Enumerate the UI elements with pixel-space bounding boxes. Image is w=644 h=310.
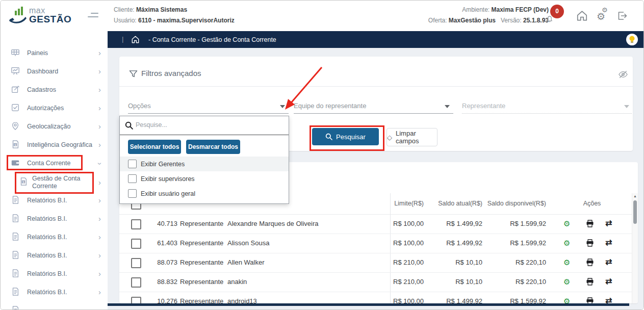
row-checkbox[interactable] [131, 239, 141, 249]
column-header-limit[interactable]: Limite(R$) [378, 200, 424, 207]
row-checkbox[interactable] [131, 277, 141, 288]
sidebar-item-relatorios-bi[interactable]: Relatórios B.I.› [1, 267, 108, 281]
chevron-right-icon: › [98, 215, 101, 223]
chevron-right-icon: › [98, 270, 101, 278]
settings-gears-icon[interactable]: ⚙ ⚙ [597, 8, 612, 24]
row-checkbox[interactable] [131, 297, 141, 303]
column-header-available-balance[interactable]: Saldo disponivel(R$) [484, 200, 546, 207]
document-icon [11, 214, 20, 223]
select-all-button[interactable]: Selecionar todos [128, 140, 181, 154]
sidebar: Paineis› Dashboard› Cadastros› Autorizaç… [1, 31, 108, 309]
chevron-right-icon: › [98, 251, 101, 260]
print-icon[interactable] [586, 220, 594, 227]
dashboard-icon [11, 66, 20, 75]
print-icon[interactable] [586, 259, 594, 266]
sidebar-item-cadastros[interactable]: Cadastros› [1, 83, 108, 97]
team-dropdown-arrow-icon[interactable] [445, 105, 450, 108]
sidebar-item-autorizacoes[interactable]: Autorizações› [1, 101, 108, 116]
search-placeholder: Pesquise... [136, 121, 167, 128]
option-exibir-usuario-geral[interactable]: Exibir usuário geral [120, 186, 289, 201]
annotation-rect-gestao-conta-corrente [15, 172, 94, 194]
sidebar-item-relatorios-bi[interactable]: Relatórios B.I.› [1, 249, 108, 263]
sidebar-item-relatorios-bi[interactable]: Relatórios B.I.› [1, 212, 108, 226]
top-header: max GESTÃO Cliente: Máxima Sistemas Usuá… [1, 1, 643, 31]
divider [119, 86, 633, 87]
scroll-up-arrow-icon[interactable]: ▲ [633, 194, 637, 198]
breadcrumb-home-icon[interactable] [131, 35, 140, 44]
clear-fields-button[interactable]: ◇ Limpar campos [387, 128, 437, 146]
offer-version-info: Oferta: MaxGestão plus Versão: 25.1.8.93 [360, 17, 549, 24]
map-pin-icon [11, 121, 20, 131]
transfer-icon[interactable]: ⇄ [605, 238, 612, 247]
chevron-right-icon: › [98, 86, 101, 94]
check-square-icon [11, 103, 20, 112]
annotation-rect-conta-corrente [7, 155, 83, 170]
sidebar-item-dashboard[interactable]: Dashboard› [1, 65, 108, 79]
user-info: Usuário: 6110 - maxima.SupervisorAutoriz [114, 17, 235, 24]
document-icon [11, 232, 20, 241]
table-scrollbar[interactable]: ▲ [632, 193, 638, 303]
transfer-icon[interactable]: ⇄ [605, 219, 612, 228]
scrollbar-thumb[interactable] [633, 200, 637, 224]
settings-gear-icon[interactable]: ⚙ [563, 239, 570, 248]
clear-diamond-icon: ◇ [387, 134, 392, 141]
annotation-rect-pesquisar [310, 125, 384, 151]
help-bulb-icon[interactable] [626, 34, 638, 45]
home-icon[interactable] [576, 10, 588, 22]
representative-select[interactable]: Representante [462, 102, 505, 110]
sidebar-item-geolocalizacao[interactable]: Geolocalização› [1, 120, 108, 134]
table-row: 40.713 Representante Alexandre Marques d… [119, 214, 638, 234]
sidebar-item-relatorios-bi[interactable]: Relatórios B.I.› [1, 194, 108, 208]
document-icon [11, 287, 20, 296]
column-header-current-balance[interactable]: Saldo atual(R$) [434, 200, 482, 207]
transfer-icon[interactable]: ⇄ [605, 277, 612, 286]
chevron-down-icon: › [96, 163, 104, 165]
settings-gear-icon[interactable]: ⚙ [563, 258, 570, 267]
table-row: 61.403 Representante Alisson Sousa R$ 10… [119, 234, 638, 253]
table-row: 88.832 Representante anakin R$ 210,00 R$… [119, 272, 638, 292]
sidebar-item-relatorios-bi[interactable]: Relatórios B.I.› [1, 230, 108, 245]
option-exibir-supervisores[interactable]: Exibir supervisores [120, 171, 289, 186]
logout-icon[interactable] [616, 10, 628, 21]
chevron-right-icon: › [98, 104, 101, 112]
bottom-edge-bar [108, 303, 629, 306]
options-dropdown-panel: Pesquise... Selecionar todos Desmarcar t… [119, 116, 289, 204]
checkbox[interactable] [128, 189, 137, 198]
deselect-all-button[interactable]: Desmarcar todos [186, 140, 240, 154]
table-row: 10.276 Representante android13 R$ 100,00… [119, 292, 638, 303]
sidebar-item-inteligencia-geografica[interactable]: $ Inteligência Geográfica› [1, 138, 108, 152]
chevron-right-icon: › [98, 178, 101, 187]
options-underline [128, 113, 289, 114]
settings-gear-icon[interactable]: ⚙ [563, 297, 570, 303]
row-checkbox[interactable] [131, 219, 141, 229]
logo-text-gestao: GESTÃO [29, 14, 71, 25]
print-icon[interactable] [586, 297, 594, 303]
breadcrumb: - Conta Corrente - Gestão de Conta Corre… [148, 36, 276, 43]
chevron-right-icon: › [98, 288, 101, 296]
checkbox[interactable] [128, 174, 137, 183]
transfer-icon[interactable]: ⇄ [605, 296, 612, 303]
sidebar-item-paineis[interactable]: Paineis› [1, 46, 108, 61]
row-checkbox[interactable] [131, 258, 141, 268]
dropdown-search-input[interactable]: Pesquise... [120, 116, 289, 135]
document-icon [11, 305, 20, 310]
environment-info: Ambiente: Maxima FECP (Dev) [360, 6, 549, 13]
document-icon [11, 269, 20, 278]
breadcrumb-separator: | [122, 35, 123, 43]
options-select[interactable]: Opções [128, 102, 151, 110]
hide-filters-eye-slash-icon[interactable] [618, 70, 628, 79]
breadcrumb-bar: | - Conta Corrente - Gestão de Conta Cor… [108, 31, 643, 48]
search-icon [125, 121, 133, 130]
filters-title: Filtros avançados [141, 69, 201, 77]
checkbox[interactable] [128, 160, 137, 168]
chevron-right-icon: › [98, 141, 101, 149]
sidebar-item-relatorios-bi[interactable]: Relatórios B.I.› [1, 286, 108, 300]
sidebar-toggle-icon[interactable] [88, 13, 99, 17]
option-exibir-gerentes[interactable]: Exibir Gerentes [120, 157, 289, 171]
settings-gear-icon[interactable]: ⚙ [563, 277, 570, 287]
document-icon [11, 195, 20, 204]
settings-gear-icon[interactable]: ⚙ [563, 219, 570, 228]
transfer-icon[interactable]: ⇄ [605, 257, 612, 267]
print-icon[interactable] [586, 278, 594, 286]
print-icon[interactable] [586, 239, 594, 247]
